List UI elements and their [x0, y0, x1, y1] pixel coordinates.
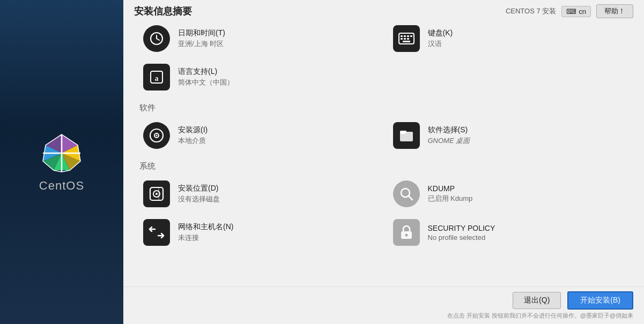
- network-hostname-item[interactable]: 网络和主机名(N) 未连接: [139, 214, 379, 251]
- kb-lang: cn: [579, 7, 586, 16]
- svg-rect-20: [404, 38, 406, 40]
- svg-rect-30: [400, 131, 406, 133]
- keyboard-icon: ⌨: [566, 7, 576, 16]
- lang-dark-icon: a: [143, 64, 170, 91]
- datetime-text: 日期和时间(T) 亚洲/上海 时区: [178, 28, 225, 49]
- system-grid: 安装位置(D) 没有选择磁盘 KDUMP 已启用 Kdump: [139, 176, 628, 251]
- software-selection-icon: [393, 122, 420, 149]
- install-source-icon: [143, 122, 171, 149]
- page-title: 安装信息摘要: [134, 5, 192, 18]
- sidebar: CentOS: [0, 0, 123, 324]
- svg-rect-22: [403, 41, 410, 42]
- keyboard-dark-icon: [393, 25, 420, 52]
- datetime-item[interactable]: 日期和时间(T) 亚洲/上海 时区: [139, 20, 379, 57]
- svg-point-33: [156, 193, 158, 195]
- centos-logo: CentOS: [39, 132, 84, 193]
- svg-rect-19: [401, 38, 403, 40]
- lock-icon: [393, 219, 420, 246]
- install-destination-icon: [143, 180, 171, 208]
- language-item-text: 语言支持(L) 简体中文（中国）: [178, 67, 234, 87]
- svg-rect-16: [404, 35, 406, 37]
- security-policy-title: SECURITY POLICY: [428, 224, 495, 232]
- keyboard-item-text: 键盘(K) 汉语: [428, 28, 453, 49]
- centos-label: CentOS: [39, 179, 84, 193]
- software-selection-item[interactable]: 软件选择(S) GNOME 桌面: [389, 117, 628, 154]
- bottom-note: 在点击 开始安装 按钮前我们并不会进行任何操作。@墨家巨子@俏如来: [447, 312, 633, 320]
- language-item-subtitle: 简体中文（中国）: [178, 78, 234, 87]
- install-destination-item[interactable]: 安装位置(D) 没有选择磁盘: [139, 176, 379, 212]
- network-hostname-text: 网络和主机名(N) 未连接: [178, 222, 233, 243]
- keyboard-item-title: 键盘(K): [428, 28, 453, 38]
- svg-rect-18: [410, 35, 412, 37]
- install-destination-subtitle: 没有选择磁盘: [178, 194, 220, 204]
- centos-gem-icon: [40, 132, 83, 175]
- localization-partial-grid: 日期和时间(T) 亚洲/上海 时区: [139, 20, 628, 57]
- kdump-title: KDUMP: [428, 184, 473, 193]
- package-icon: [393, 122, 420, 149]
- kdump-text: KDUMP 已启用 Kdump: [428, 184, 473, 204]
- datetime-icon: [143, 25, 171, 52]
- keyboard-indicator[interactable]: ⌨ cn: [561, 6, 591, 17]
- install-source-title: 安装源(I): [178, 125, 208, 135]
- svg-point-38: [405, 234, 408, 237]
- kdump-subtitle: 已启用 Kdump: [428, 194, 473, 204]
- software-selection-subtitle: GNOME 桌面: [428, 136, 470, 146]
- software-selection-text: 软件选择(S) GNOME 桌面: [428, 125, 470, 146]
- centos-install-label: CENTOS 7 安装: [506, 6, 556, 16]
- network-hostname-subtitle: 未连接: [178, 233, 233, 243]
- datetime-title: 日期和时间(T): [178, 28, 225, 38]
- action-buttons: 退出(Q) 开始安装(B): [513, 291, 633, 310]
- network-icon: [143, 218, 171, 246]
- keyboard-item-subtitle: 汉语: [428, 39, 453, 49]
- disc-icon: [143, 122, 170, 149]
- bottombar: 退出(Q) 开始安装(B) 在点击 开始安装 按钮前我们并不会进行任何操作。@墨…: [123, 287, 644, 324]
- software-grid: 安装源(I) 本地介质 软件选: [139, 117, 628, 154]
- svg-point-27: [156, 135, 158, 137]
- hdd-icon: [143, 180, 170, 207]
- main-panel: 安装信息摘要 CENTOS 7 安装 ⌨ cn 帮助！: [123, 0, 644, 324]
- security-policy-icon: [393, 218, 420, 246]
- keyboard-item-icon: [393, 25, 420, 52]
- help-button[interactable]: 帮助！: [596, 4, 633, 18]
- svg-rect-17: [407, 35, 409, 37]
- install-source-item[interactable]: 安装源(I) 本地介质: [139, 117, 379, 154]
- svg-rect-15: [401, 35, 403, 37]
- svg-line-36: [409, 196, 412, 200]
- system-section-label: 系统: [139, 161, 628, 171]
- search-icon: [393, 180, 420, 207]
- install-source-text: 安装源(I) 本地介质: [178, 125, 208, 146]
- topbar: 安装信息摘要 CENTOS 7 安装 ⌨ cn 帮助！: [123, 0, 644, 20]
- clock-icon: [143, 25, 170, 52]
- empty-cell-1: [389, 59, 628, 95]
- svg-line-13: [157, 39, 159, 40]
- install-destination-text: 安装位置(D) 没有选择磁盘: [178, 184, 220, 204]
- kdump-icon: [393, 180, 420, 208]
- language-item[interactable]: a 语言支持(L) 简体中文（中国）: [139, 59, 379, 95]
- svg-rect-21: [407, 38, 409, 40]
- network-hostname-title: 网络和主机名(N): [178, 222, 233, 232]
- security-policy-item[interactable]: SECURITY POLICY No profile selected: [389, 214, 628, 251]
- network-arrows-icon: [143, 219, 170, 246]
- language-icon: a: [143, 63, 171, 91]
- install-source-subtitle: 本地介质: [178, 136, 208, 146]
- security-policy-subtitle: No profile selected: [428, 233, 495, 242]
- svg-text:a: a: [155, 74, 159, 82]
- language-item-title: 语言支持(L): [178, 67, 234, 77]
- kdump-item[interactable]: KDUMP 已启用 Kdump: [389, 176, 628, 212]
- security-policy-text: SECURITY POLICY No profile selected: [428, 224, 495, 242]
- language-grid: a 语言支持(L) 简体中文（中国）: [139, 59, 628, 95]
- software-section-label: 软件: [139, 103, 628, 113]
- content-area: 日期和时间(T) 亚洲/上海 时区: [123, 20, 644, 287]
- software-selection-title: 软件选择(S): [428, 125, 470, 135]
- install-destination-title: 安装位置(D): [178, 184, 220, 193]
- install-button[interactable]: 开始安装(B): [567, 291, 633, 310]
- keyboard-item[interactable]: 键盘(K) 汉语: [389, 20, 628, 57]
- quit-button[interactable]: 退出(Q): [513, 292, 561, 309]
- topbar-right: CENTOS 7 安装 ⌨ cn 帮助！: [506, 4, 633, 18]
- datetime-subtitle: 亚洲/上海 时区: [178, 39, 225, 49]
